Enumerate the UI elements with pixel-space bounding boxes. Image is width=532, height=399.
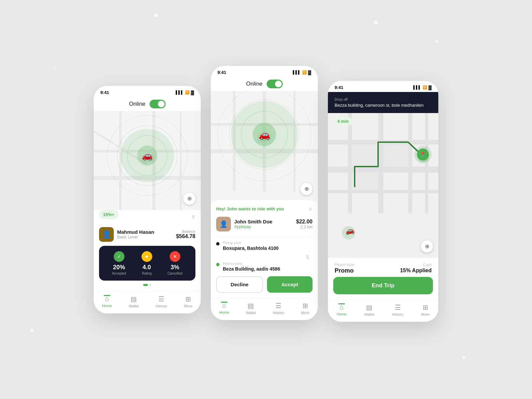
svg-rect-20 <box>383 144 408 167</box>
wallet-icon-2: ▤ <box>248 302 254 310</box>
end-trip-button[interactable]: End Trip <box>333 277 433 294</box>
dropoff-addr: Bezza building, cameroon st, bole medhan… <box>335 103 432 108</box>
crosshair-btn-1[interactable]: ⊕ <box>183 193 195 205</box>
pickup-dot <box>216 242 219 245</box>
nav-more-1[interactable]: ⊞ More <box>184 295 192 308</box>
surge-badge: 15%+ <box>99 210 118 219</box>
home-icon-3: ⌂ <box>340 303 344 311</box>
home-label-2: Home <box>219 310 229 314</box>
passenger-details: John Smith Doe Applepay <box>234 219 272 229</box>
map-area-2: 🚗 ⊕ <box>211 91 318 200</box>
balance-amount: $564.78 <box>176 233 195 239</box>
pickup-point: Pickup point Bosupara, Bashtola 4100 <box>216 241 313 251</box>
nav-history-3[interactable]: ☰ History <box>392 303 403 316</box>
signal-icon-2: ▌▌▌ <box>293 70 300 74</box>
nav-history-1[interactable]: ☰ History <box>156 295 167 308</box>
car-icon-2: 🚗 <box>259 129 270 140</box>
battery-icon: ▓ <box>191 90 194 95</box>
pickup-address: Bosupara, Bashtola 4100 <box>223 245 279 251</box>
dot-active <box>143 284 148 286</box>
accepted-label: Accepted <box>112 272 126 275</box>
online-toggle-2[interactable] <box>267 80 283 88</box>
nav-home-2[interactable]: ⌂ Home <box>219 302 229 315</box>
more-label-3: More <box>421 312 430 316</box>
home-icon-2: ⌂ <box>222 302 226 309</box>
stat-rating: ★ 4.0 Rating <box>142 251 152 275</box>
online-toggle-1[interactable] <box>150 100 166 108</box>
svg-rect-17 <box>408 113 412 213</box>
status-bar-2: 9:41 ▌▌▌ 🛜 ▓ <box>211 66 318 77</box>
phones-container: 9:41 ▌▌▌ 🛜 ▓ Online <box>94 78 438 322</box>
nav-more-3[interactable]: ⊞ More <box>421 303 430 316</box>
car-icon-1: 🚗 <box>142 150 153 161</box>
wifi-icon-2: 🛜 <box>302 70 307 75</box>
nav-wallet-3[interactable]: ▤ Wallet <box>364 303 374 316</box>
cancelled-value: 3% <box>168 264 182 271</box>
price-info: $22.00 2.3 km <box>296 219 313 229</box>
battery-icon-2: ▓ <box>308 70 311 75</box>
request-title: Hey! John wants to ride with you <box>216 206 284 211</box>
eta-badge: 4 min <box>333 117 353 125</box>
more-icon-2: ⊞ <box>302 302 308 310</box>
wallet-label-3: Wallet <box>364 312 374 316</box>
bottom-nav-2: ⌂ Home ▤ Wallet ☰ History ⊞ More <box>211 298 318 320</box>
time-1: 9:41 <box>100 90 109 95</box>
time-2: 9:41 <box>217 70 226 75</box>
wallet-label-2: Wallet <box>246 311 256 315</box>
time-3: 9:41 <box>335 85 343 90</box>
wallet-icon-1: ▤ <box>130 295 137 303</box>
surge-row: 15%+ ∨ <box>99 210 195 223</box>
more-icon-1: ⊞ <box>185 295 191 303</box>
driver-name: Mahmud Hasan <box>117 229 154 235</box>
decline-button[interactable]: Decline <box>216 276 263 293</box>
accept-button[interactable]: Accept <box>267 276 313 293</box>
header-title-1: Online <box>129 101 145 107</box>
payment-type-value: Promo <box>335 267 354 274</box>
accepted-icon: ✓ <box>114 251 124 262</box>
pickup-label: Pickup point <box>223 241 279 245</box>
status-bar-1: 9:41 ▌▌▌ 🛜 ▓ <box>94 86 201 97</box>
driver-row: 👤 Mahmud Hasan Basic Level Balance $564.… <box>99 227 195 242</box>
header-title-2: Online <box>246 81 262 87</box>
header-1: Online <box>94 97 201 111</box>
home-label-1: Home <box>102 304 112 308</box>
payment-method: Applepay <box>234 224 272 229</box>
nav-home-3[interactable]: ⌂ Home <box>337 303 346 316</box>
stat-cancelled: ✕ 3% Cancelled <box>168 251 182 275</box>
nav-wallet-2[interactable]: ▤ Wallet <box>246 302 256 315</box>
more-label-1: More <box>184 304 192 308</box>
nav-history-2[interactable]: ☰ History <box>273 302 284 315</box>
dots-indicator-1 <box>99 284 195 286</box>
cash-label: Cash <box>400 263 432 267</box>
payment-left: Payent type Promo <box>335 263 354 274</box>
map-area-3: 4 min 📍 🚗 ⊕ <box>328 113 438 258</box>
crosshair-btn-3[interactable]: ⊕ <box>421 240 433 253</box>
wallet-icon-3: ▤ <box>366 303 372 311</box>
cancelled-icon: ✕ <box>170 251 180 262</box>
dropoff-banner: Drop off Bezza building, cameroon st, bo… <box>328 92 438 113</box>
crosshair-btn-2[interactable]: ⊕ <box>300 183 313 195</box>
swap-divider: ⇅ <box>216 254 313 261</box>
chevron-down-icon-2: ∨ <box>308 206 313 212</box>
dropoff-address: Beza Building, aadis 4586 <box>223 266 280 272</box>
driver-info: Mahmud Hasan Basic Level <box>117 229 154 239</box>
stats-card: ✓ 20% Accepted ★ 4.0 Rating ✕ 3% Cancell… <box>99 246 195 281</box>
payment-section: Payent type Promo Cash 15% Applied <box>328 258 438 277</box>
history-icon-2: ☰ <box>275 302 281 310</box>
bottom-nav-1: ⌂ Home ▤ Wallet ☰ History ⊞ More <box>94 291 201 313</box>
status-bar-3: 9:41 ▌▌▌ 🛜 ▓ <box>328 81 438 92</box>
dropoff-details: Pickout point Beza Building, aadis 4586 <box>223 262 280 272</box>
dropoff-title: Drop off <box>335 97 432 101</box>
nav-home-1[interactable]: ⌂ Home <box>102 295 112 308</box>
svg-rect-18 <box>425 113 428 213</box>
cancelled-label: Cancelled <box>168 272 182 275</box>
rating-icon: ★ <box>142 251 152 262</box>
nav-wallet-1[interactable]: ▤ Wallet <box>129 295 139 308</box>
svg-rect-15 <box>348 113 352 213</box>
nav-more-2[interactable]: ⊞ More <box>301 302 309 315</box>
action-buttons: Decline Accept <box>216 276 313 293</box>
passenger-name: John Smith Doe <box>234 219 272 224</box>
signal-icon-3: ▌▌▌ <box>413 85 421 89</box>
phone-2: 9:41 ▌▌▌ 🛜 ▓ Online <box>211 66 318 320</box>
home-icon-1: ⌂ <box>105 295 109 303</box>
